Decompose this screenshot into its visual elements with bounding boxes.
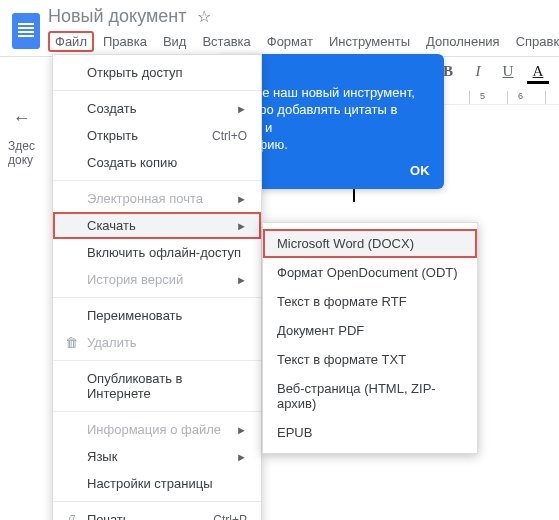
menu-item-offline[interactable]: Включить офлайн-доступ: [53, 239, 261, 266]
underline-button[interactable]: U: [499, 61, 517, 81]
title-area: Новый документ ☆ Файл Правка Вид Вставка…: [48, 6, 559, 56]
menu-tools[interactable]: Инструменты: [322, 31, 417, 52]
menu-item-publish[interactable]: Опубликовать в Интернете: [53, 365, 261, 407]
chevron-right-icon: ►: [236, 220, 247, 232]
trash-icon: 🗑: [63, 335, 79, 351]
back-icon[interactable]: ←: [12, 108, 30, 129]
menu-item-label: Включить офлайн-доступ: [87, 245, 241, 260]
menu-item-open-access[interactable]: Открыть доступ: [53, 59, 261, 86]
docs-logo-icon[interactable]: [12, 13, 40, 49]
menu-item-label: Язык: [87, 449, 117, 464]
download-option-html[interactable]: Веб-страница (HTML, ZIP-архив): [263, 374, 477, 418]
print-icon: 🖨: [63, 512, 79, 521]
menu-item-label: Создать: [87, 101, 136, 116]
menu-item-label: Печать: [87, 512, 130, 520]
menu-item-language[interactable]: Язык ►: [53, 443, 261, 470]
star-icon[interactable]: ☆: [197, 7, 211, 26]
menu-item-file-info: Информация о файле ►: [53, 416, 261, 443]
sidebar-line: Здес: [8, 139, 35, 153]
doc-title[interactable]: Новый документ: [48, 6, 187, 27]
menu-item-email: Электронная почта ►: [53, 185, 261, 212]
menu-item-page-setup[interactable]: Настройки страницы: [53, 470, 261, 497]
app-header: Новый документ ☆ Файл Правка Вид Вставка…: [0, 0, 559, 56]
menu-item-label: Настройки страницы: [87, 476, 213, 491]
menu-item-version-history: История версий ►: [53, 266, 261, 293]
ruler-tick: 5: [480, 91, 485, 101]
menu-edit[interactable]: Правка: [96, 31, 154, 52]
menu-item-print[interactable]: 🖨 Печать Ctrl+P: [53, 506, 261, 520]
menu-item-create[interactable]: Создать ►: [53, 95, 261, 122]
download-option-pdf[interactable]: Документ PDF: [263, 316, 477, 345]
menu-item-open[interactable]: Открыть Ctrl+O: [53, 122, 261, 149]
chevron-right-icon: ►: [236, 193, 247, 205]
download-option-txt[interactable]: Текст в формате TXT: [263, 345, 477, 374]
menu-item-label: Открыть доступ: [87, 65, 183, 80]
menu-separator: [53, 90, 261, 91]
menu-item-make-copy[interactable]: Создать копию: [53, 149, 261, 176]
ruler-tick: 6: [518, 91, 523, 101]
download-submenu: Microsoft Word (DOCX) Формат OpenDocumen…: [262, 222, 478, 454]
download-option-epub[interactable]: EPUB: [263, 418, 477, 447]
chevron-right-icon: ►: [236, 103, 247, 115]
menu-item-label: Опубликовать в Интернете: [87, 371, 247, 401]
menu-shortcut: Ctrl+O: [212, 129, 247, 143]
menu-separator: [53, 360, 261, 361]
text-color-button[interactable]: A: [529, 61, 547, 81]
sidebar-line: доку: [8, 153, 35, 167]
download-option-docx[interactable]: Microsoft Word (DOCX): [263, 229, 477, 258]
italic-button[interactable]: I: [469, 61, 487, 81]
menu-separator: [53, 411, 261, 412]
menu-help[interactable]: Справка: [509, 31, 559, 52]
menu-item-label: Переименовать: [87, 308, 182, 323]
menu-addons[interactable]: Дополнения: [419, 31, 507, 52]
menu-item-label: Открыть: [87, 128, 138, 143]
menu-insert[interactable]: Вставка: [195, 31, 257, 52]
menu-separator: [53, 297, 261, 298]
menu-item-label: Скачать: [87, 218, 136, 233]
outline-sidebar: ← Здес доку: [8, 108, 35, 168]
chevron-right-icon: ►: [236, 274, 247, 286]
menu-view[interactable]: Вид: [156, 31, 194, 52]
menubar: Файл Правка Вид Вставка Формат Инструмен…: [48, 29, 559, 56]
chevron-right-icon: ►: [236, 424, 247, 436]
menu-format[interactable]: Формат: [260, 31, 320, 52]
menu-item-delete: 🗑 Удалить: [53, 329, 261, 356]
menu-shortcut: Ctrl+P: [213, 513, 247, 521]
download-option-rtf[interactable]: Текст в формате RTF: [263, 287, 477, 316]
file-menu-dropdown: Открыть доступ Создать ► Открыть Ctrl+O …: [52, 54, 262, 520]
menu-item-download[interactable]: Скачать ►: [53, 212, 261, 239]
menu-file[interactable]: Файл: [48, 31, 94, 52]
chevron-right-icon: ►: [236, 451, 247, 463]
menu-item-label: Информация о файле: [87, 422, 221, 437]
menu-item-label: Электронная почта: [87, 191, 203, 206]
download-option-odt[interactable]: Формат OpenDocument (ODT): [263, 258, 477, 287]
sidebar-text: Здес доку: [8, 139, 35, 168]
menu-separator: [53, 180, 261, 181]
menu-item-label: Удалить: [87, 335, 137, 350]
menu-item-label: Создать копию: [87, 155, 177, 170]
menu-separator: [53, 501, 261, 502]
menu-item-rename[interactable]: Переименовать: [53, 302, 261, 329]
menu-item-label: История версий: [87, 272, 183, 287]
